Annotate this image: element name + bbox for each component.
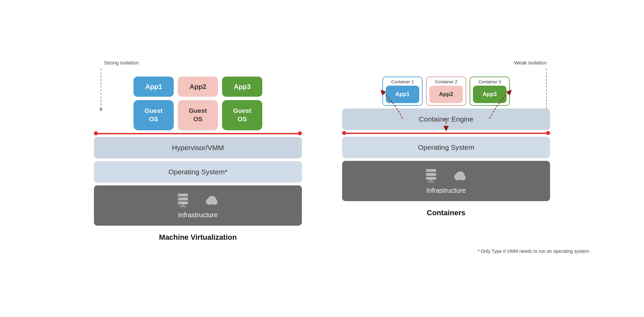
svg-point-7 bbox=[178, 198, 179, 199]
container-2-box: Container 2 App2 bbox=[426, 77, 466, 106]
right-infra-icons bbox=[424, 168, 469, 183]
svg-point-8 bbox=[178, 202, 179, 203]
machine-virtualization-column: Strong isolation App1 App2 App3 GuestOS … bbox=[94, 63, 302, 242]
left-infra-layer: Infrastructure bbox=[94, 185, 302, 226]
guest-os-green: GuestOS bbox=[222, 100, 262, 130]
cloud-icon-left bbox=[204, 194, 220, 206]
containers-apps-row: Container 1 App1 Container 2 App2 Contai… bbox=[382, 77, 510, 106]
left-app3: App3 bbox=[222, 77, 262, 97]
svg-line-18 bbox=[431, 180, 433, 182]
container-1-label: Container 1 bbox=[391, 79, 414, 84]
right-infra-layer: Infrastructure bbox=[342, 161, 550, 201]
container-3-label: Container 3 bbox=[478, 79, 501, 84]
svg-line-17 bbox=[429, 180, 431, 182]
left-infra-label: Infrastructure bbox=[178, 211, 218, 219]
diagram-wrapper: Strong isolation App1 App2 App3 GuestOS … bbox=[54, 63, 590, 254]
left-app2: App2 bbox=[178, 77, 218, 97]
right-os-layer: Operating System bbox=[342, 137, 550, 158]
containers-column: Weak isolation Container 1 App1 Containe… bbox=[342, 63, 550, 217]
footnote: * Only Type II VMM needs to run on opera… bbox=[188, 248, 590, 254]
container-1-app: App1 bbox=[386, 86, 419, 103]
strong-isolation-label: Strong isolation bbox=[104, 60, 139, 65]
container-engine-label: Container Engine bbox=[419, 115, 473, 123]
strong-isolation-arrow bbox=[101, 69, 101, 109]
guest-os-blue: GuestOS bbox=[133, 100, 174, 130]
server-icon-right bbox=[424, 168, 438, 183]
guest-os-pink: GuestOS bbox=[178, 100, 218, 130]
left-app1: App1 bbox=[133, 77, 174, 97]
left-red-line bbox=[94, 133, 302, 134]
svg-point-12 bbox=[207, 200, 212, 205]
container-1-box: Container 1 App1 bbox=[382, 77, 423, 106]
svg-point-21 bbox=[426, 174, 427, 175]
weak-isolation-label: Weak isolation bbox=[514, 60, 547, 65]
container-3-box: Container 3 App3 bbox=[470, 77, 510, 106]
svg-line-4 bbox=[183, 204, 184, 207]
left-infra-icons bbox=[175, 192, 220, 207]
hypervisor-layer: Hypervisor/VMM bbox=[94, 137, 302, 158]
left-apps-row: App1 App2 App3 bbox=[133, 77, 262, 97]
columns-row: Strong isolation App1 App2 App3 GuestOS … bbox=[54, 63, 590, 242]
cloud-icon-right bbox=[452, 169, 469, 181]
svg-point-27 bbox=[460, 176, 466, 180]
right-infra-label: Infrastructure bbox=[426, 187, 466, 194]
machine-virt-title: Machine Virtualization bbox=[159, 233, 237, 242]
svg-line-3 bbox=[181, 204, 183, 207]
container-2-app: App2 bbox=[429, 86, 463, 103]
left-os-layer: Operating System* bbox=[94, 161, 302, 183]
svg-point-6 bbox=[178, 194, 179, 195]
container-3-app: App3 bbox=[473, 86, 506, 103]
svg-point-13 bbox=[212, 200, 217, 205]
containers-title: Containers bbox=[427, 209, 466, 217]
guest-os-row: GuestOS GuestOS GuestOS bbox=[133, 100, 262, 130]
svg-point-22 bbox=[426, 178, 427, 179]
container-engine-layer: Container Engine bbox=[342, 108, 550, 130]
container-2-label: Container 2 bbox=[435, 79, 457, 84]
svg-point-26 bbox=[455, 176, 460, 180]
right-red-line bbox=[342, 133, 550, 134]
server-icon-left bbox=[175, 192, 190, 207]
svg-point-20 bbox=[426, 170, 427, 171]
